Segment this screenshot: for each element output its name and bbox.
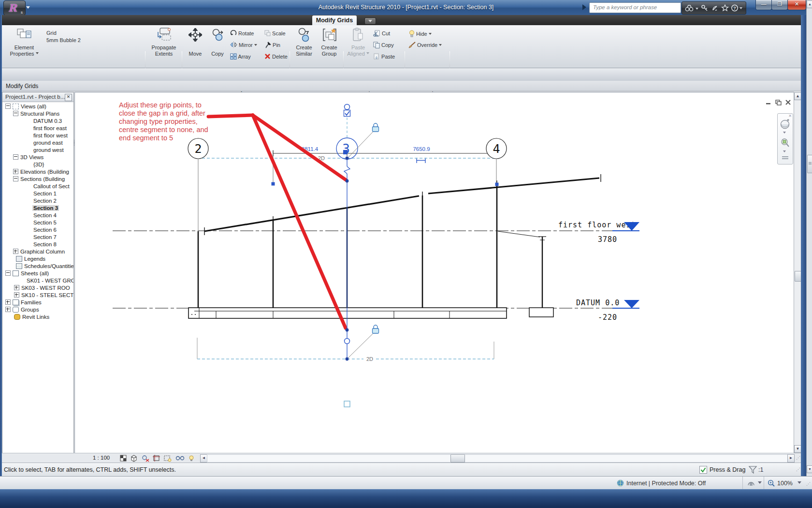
- tree-item-3d-views[interactable]: 3D Views: [2, 153, 73, 161]
- ie-zoom-level[interactable]: 100%: [777, 480, 793, 487]
- copy-to-clipboard-button[interactable]: Copy: [373, 42, 394, 48]
- cut-button[interactable]: Cut: [373, 30, 390, 37]
- element-properties-button[interactable]: ElementProperties: [6, 27, 43, 61]
- ribbon-minimize-toggle[interactable]: [364, 17, 376, 25]
- zoom-dropdown-icon[interactable]: [783, 150, 786, 154]
- grip-dot-upper[interactable]: [346, 179, 349, 183]
- navbar-more-icon[interactable]: [782, 156, 788, 157]
- ie-vscrollbar[interactable]: ▲ ▼: [806, 0, 812, 476]
- tree-item-graphical-column[interactable]: Graphical Column: [2, 248, 73, 255]
- tree-item-schedules[interactable]: Schedules/Quantitie: [2, 262, 73, 269]
- browser-close-icon[interactable]: ✕: [65, 94, 72, 101]
- press-drag-checkbox[interactable]: [699, 466, 707, 474]
- section-extent-square[interactable]: [344, 401, 350, 407]
- tree-item-revit-links[interactable]: Revit Links: [2, 313, 73, 320]
- extent-circle-grip-top[interactable]: [345, 105, 350, 110]
- grid-3-selected[interactable]: 3: [336, 118, 358, 359]
- level-elevation-lower[interactable]: -220: [598, 313, 617, 322]
- maximize-restore-button[interactable]: ❐: [771, 0, 788, 10]
- isolated-pad-footing[interactable]: [498, 231, 553, 317]
- crop-view-icon[interactable]: [153, 455, 160, 462]
- tree-item-legends[interactable]: Legends: [2, 255, 73, 262]
- copy-button[interactable]: Copy: [207, 27, 228, 61]
- dimension-value-right[interactable]: 7650.9: [413, 146, 430, 152]
- tree-item-families[interactable]: Families: [2, 299, 73, 306]
- tree-item-sk01[interactable]: SK01 - WEST GROU: [2, 277, 73, 284]
- filter-icon[interactable]: [748, 465, 758, 475]
- canvas-scroll-down-icon[interactable]: ▼: [794, 445, 801, 453]
- tree-item-ground-west[interactable]: ground west: [2, 146, 73, 153]
- foundation-beam[interactable]: [188, 308, 507, 318]
- extent-circle-grip-bottom[interactable]: [345, 339, 350, 344]
- grip-dot-bubble[interactable]: [346, 157, 349, 160]
- ie-security-dropdown-icon[interactable]: [758, 481, 762, 486]
- wheel-dropdown-icon[interactable]: [783, 132, 786, 135]
- navbar-close-icon[interactable]: ✕: [788, 114, 792, 118]
- ie-scroll-down-icon[interactable]: ▼: [807, 465, 812, 473]
- tree-item-first-floor-east[interactable]: first floor east: [2, 124, 73, 132]
- override-button[interactable]: Override: [408, 42, 442, 48]
- binoculars-dropdown-icon[interactable]: [696, 8, 698, 10]
- create-similar-button[interactable]: CreateSimilar: [292, 27, 316, 61]
- ie-scroll-up-icon[interactable]: ▲: [807, 0, 812, 8]
- create-group-button[interactable]: CreateGroup: [317, 27, 341, 61]
- help-icon[interactable]: ?: [732, 5, 738, 11]
- reveal-hidden-icon[interactable]: [189, 456, 193, 461]
- hide-button[interactable]: Hide: [409, 30, 432, 37]
- canvas-vscrollbar[interactable]: ▲ ▼: [794, 92, 801, 463]
- level-name-upper[interactable]: first floor west: [558, 221, 636, 229]
- ie-vscroll-thumb[interactable]: [807, 155, 812, 173]
- tree-item-structural-plans[interactable]: Structural Plans: [2, 110, 73, 117]
- favorites-star-icon[interactable]: [722, 5, 728, 11]
- grid-bubble-2[interactable]: 2: [188, 138, 208, 159]
- lock-icon-top[interactable]: [373, 123, 379, 132]
- lock-icon-bottom[interactable]: [373, 325, 379, 333]
- help-dropdown-icon[interactable]: [740, 7, 742, 9]
- temporary-hide-isolate-icon[interactable]: [176, 457, 184, 460]
- minimize-button[interactable]: —: [755, 0, 772, 10]
- delete-button[interactable]: Delete: [264, 53, 288, 60]
- extent-checkbox[interactable]: [344, 110, 350, 117]
- steering-wheel-icon[interactable]: [780, 119, 791, 130]
- view-minimize-icon[interactable]: [766, 103, 770, 105]
- mirror-button[interactable]: Mirror: [230, 42, 257, 48]
- tree-item-first-floor-west[interactable]: first floor west: [2, 132, 73, 139]
- tree-item-callout[interactable]: Callout of Sect: [2, 182, 73, 190]
- canvas-scroll-left-icon[interactable]: ◄: [200, 454, 207, 463]
- tree-item-ground-east[interactable]: ground east: [2, 139, 73, 146]
- tree-item-section2[interactable]: Section 2: [2, 197, 73, 204]
- detail-level-icon[interactable]: [120, 455, 126, 461]
- project-browser-header[interactable]: Project1.rvt - Project b...: [2, 92, 73, 102]
- view-close-icon[interactable]: [786, 100, 790, 105]
- view-scale-button[interactable]: 1 : 100: [93, 455, 110, 461]
- tree-item-section8[interactable]: Section 8: [2, 240, 73, 248]
- tree-item-datum03[interactable]: DATUM 0.3: [2, 117, 73, 124]
- canvas-hscroll-thumb[interactable]: [450, 454, 465, 463]
- canvas-hscroll-track[interactable]: [207, 454, 788, 463]
- tree-item-views[interactable]: Views (all): [2, 103, 73, 110]
- level-elevation-upper[interactable]: 3780: [598, 235, 617, 244]
- sloped-beams[interactable]: [204, 174, 601, 235]
- ie-zoom-icon[interactable]: [768, 479, 775, 487]
- drag-square-right[interactable]: [495, 183, 499, 186]
- tree-item-sk03[interactable]: SK03 - WEST ROO: [2, 284, 73, 291]
- tree-item-3d[interactable]: {3D}: [2, 161, 73, 168]
- communication-center-icon[interactable]: [713, 6, 717, 11]
- columns[interactable]: [198, 184, 497, 308]
- grip-dot-lower[interactable]: [346, 329, 349, 332]
- tree-item-sheets[interactable]: Sheets (all): [2, 269, 73, 277]
- pin-button[interactable]: Pin: [264, 42, 280, 48]
- level-name-lower[interactable]: DATUM 0.0: [576, 299, 620, 307]
- crop-region-visibility-icon[interactable]: [164, 456, 171, 462]
- tree-item-section5[interactable]: Section 5: [2, 219, 73, 226]
- tree-item-elevations[interactable]: Elevations (Building: [2, 168, 73, 175]
- propagate-extents-button[interactable]: PropagateExtents: [148, 27, 180, 61]
- ie-resize-grip[interactable]: ⋰: [806, 481, 811, 486]
- drag-square-left[interactable]: [272, 182, 275, 186]
- canvas-vscroll-thumb[interactable]: [795, 271, 801, 282]
- tree-item-section6[interactable]: Section 6: [2, 226, 73, 233]
- tree-item-section4[interactable]: Section 4: [2, 211, 73, 219]
- search-input[interactable]: Type a keyword or phrase: [589, 2, 681, 13]
- canvas-scroll-right-icon[interactable]: ►: [787, 454, 795, 463]
- search-binoculars-icon[interactable]: [685, 5, 693, 11]
